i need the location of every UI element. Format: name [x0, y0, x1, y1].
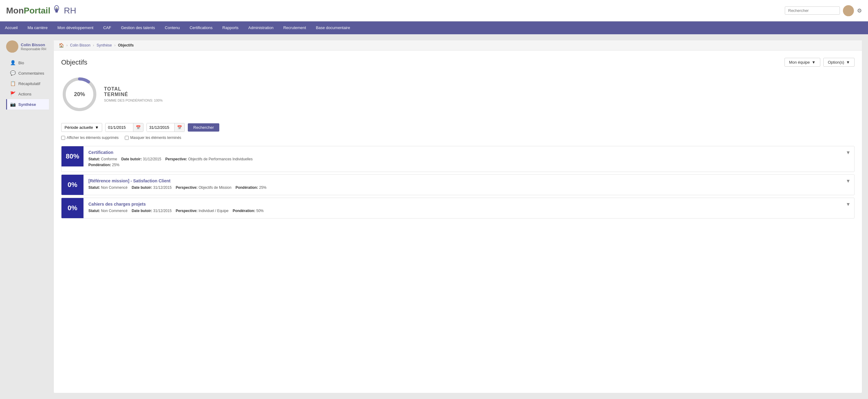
checkbox-termines[interactable]: [125, 136, 129, 140]
main-nav: Accueil Ma carrière Mon développement CA…: [0, 22, 868, 34]
obj-date-val-0: 31/12/2015: [143, 157, 161, 161]
date-from-input[interactable]: [105, 123, 133, 131]
obj-chevron-2[interactable]: ▼: [846, 202, 850, 207]
nav-mon-developpement[interactable]: Mon développement: [53, 22, 98, 34]
nav-caf[interactable]: CAF: [98, 22, 116, 34]
obj-title-1[interactable]: [Référence mission] - Satisfaction Clien…: [88, 178, 849, 183]
synthese-icon: 📷: [10, 101, 16, 107]
obj-statut-label-2: Statut:: [88, 209, 100, 213]
sidebar-user-avatar: [6, 40, 18, 53]
obj-date-label-2: Date butoir:: [131, 209, 152, 213]
chart-sub-label: SOMME DES PONDÉRATIONS: 100%: [104, 98, 163, 102]
obj-statut-val-1: Non Commencé: [101, 185, 128, 190]
gear-icon[interactable]: ⚙: [857, 7, 862, 14]
actions-icon: 🚩: [10, 91, 16, 97]
nav-accueil[interactable]: Accueil: [0, 22, 23, 34]
header-buttons: Mon équipe ▼ Option(s) ▼: [784, 58, 855, 67]
objective-item: 0% Cahiers des charges projets Statut: N…: [61, 198, 855, 218]
date-to-wrap: 📅: [147, 123, 185, 132]
svg-point-5: [9, 42, 15, 48]
chart-area: 20% TOTAL TERMINÉ SOMME DES PONDÉRATIONS…: [61, 73, 855, 116]
sidebar-item-commentaires-label: Commentaires: [18, 71, 44, 75]
nav-ma-carriere[interactable]: Ma carrière: [23, 22, 53, 34]
obj-statut-val-0: Conforme: [101, 157, 117, 161]
search-input[interactable]: [785, 6, 840, 15]
obj-title-0[interactable]: Certification: [88, 150, 849, 155]
obj-perspective-label-1: Perspective:: [176, 185, 197, 190]
logo: MonPortail RH: [6, 5, 76, 16]
obj-chevron-1[interactable]: ▼: [846, 178, 850, 184]
mon-equipe-button[interactable]: Mon équipe ▼: [784, 58, 820, 67]
sidebar-user-role: Responsable RH: [21, 47, 46, 51]
nav-gestion-talents[interactable]: Gestion des talents: [116, 22, 160, 34]
sidebar-item-synthese[interactable]: 📷 Synthèse: [6, 99, 49, 110]
sidebar-item-actions[interactable]: 🚩 Actions: [6, 89, 49, 99]
search-button[interactable]: Rechercher: [188, 123, 219, 131]
filter-row: Période actuelle ▼ 📅 📅 Rechercher: [61, 123, 855, 132]
header-right: ⚙: [785, 5, 862, 16]
sidebar: Colin Bisson Responsable RH 👤 Bio 💬 Comm…: [6, 40, 49, 393]
chart-info: TOTAL TERMINÉ SOMME DES PONDÉRATIONS: 10…: [104, 86, 163, 102]
avatar: [843, 5, 854, 16]
obj-perspective-label-0: Perspective:: [165, 157, 187, 161]
obj-statut-val-2: Non Commencé: [101, 209, 128, 213]
recapitulatif-icon: 📋: [10, 81, 16, 86]
nav-recrutement[interactable]: Recrutement: [278, 22, 311, 34]
date-to-icon[interactable]: 📅: [174, 123, 184, 131]
logo-portail: Portail: [24, 6, 51, 15]
obj-perspective-val-0: Objectifs de Performances Individuelles: [188, 157, 253, 161]
content-header: Objectifs Mon équipe ▼ Option(s) ▼: [61, 58, 855, 67]
obj-ponder-label-0: Pondération:: [88, 163, 111, 167]
checkbox-supprimes-label[interactable]: Afficher les éléments supprimés: [61, 135, 119, 140]
commentaires-icon: 💬: [10, 70, 16, 76]
options-label: Option(s): [828, 60, 844, 65]
svg-point-2: [55, 7, 58, 9]
obj-ponder-label-1: Pondération:: [236, 185, 258, 190]
sidebar-item-commentaires[interactable]: 💬 Commentaires: [6, 68, 49, 78]
logo-icon: [51, 5, 62, 16]
obj-statut-label-0: Statut:: [88, 157, 100, 161]
options-chevron-icon: ▼: [846, 60, 850, 65]
obj-title-2[interactable]: Cahiers des charges projets: [88, 202, 849, 207]
options-button[interactable]: Option(s) ▼: [823, 58, 855, 67]
nav-administration[interactable]: Administration: [244, 22, 278, 34]
sidebar-item-bio[interactable]: 👤 Bio: [6, 58, 49, 68]
nav-rapports[interactable]: Rapports: [217, 22, 244, 34]
obj-chevron-0[interactable]: ▼: [846, 150, 850, 155]
mon-equipe-chevron-icon: ▼: [812, 60, 816, 65]
mon-equipe-label: Mon équipe: [789, 60, 810, 65]
obj-info-0: Certification Statut: Conforme Date buto…: [84, 146, 854, 172]
obj-statut-label-1: Statut:: [88, 185, 100, 190]
obj-perspective-label-2: Perspective:: [176, 209, 197, 213]
checkbox-termines-label[interactable]: Masquer les éléments terminés: [125, 135, 181, 140]
svg-point-3: [846, 7, 851, 12]
obj-date-val-2: 31/12/2015: [153, 209, 172, 213]
header: MonPortail RH ⚙: [0, 0, 868, 22]
sidebar-item-recapitulatif[interactable]: 📋 Récapitulatif: [6, 78, 49, 89]
logo-mon: Mon: [6, 6, 24, 15]
svg-point-4: [844, 12, 852, 16]
breadcrumb-user[interactable]: Colin Bisson: [70, 43, 91, 48]
breadcrumb-section[interactable]: Synthèse: [97, 43, 112, 48]
chart-termine-label: TERMINÉ: [104, 92, 163, 97]
checkbox-row: Afficher les éléments supprimés Masquer …: [61, 135, 855, 140]
bio-icon: 👤: [10, 60, 16, 65]
logo-rh: RH: [64, 6, 76, 16]
sidebar-item-bio-label: Bio: [18, 61, 24, 65]
donut-chart: 20%: [61, 76, 98, 113]
period-select[interactable]: Période actuelle ▼: [61, 123, 102, 132]
obj-date-val-1: 31/12/2015: [153, 185, 172, 190]
objective-list: 80% Certification Statut: Conforme Date …: [61, 146, 855, 218]
checkbox-supprimes[interactable]: [61, 136, 65, 140]
svg-point-6: [8, 48, 17, 53]
sidebar-menu: 👤 Bio 💬 Commentaires 📋 Récapitulatif 🚩 A…: [6, 58, 49, 110]
nav-base-documentaire[interactable]: Base documentaire: [311, 22, 355, 34]
obj-meta-1: Statut: Non Commencé Date butoir: 31/12/…: [88, 185, 849, 191]
date-from-icon[interactable]: 📅: [133, 123, 143, 131]
home-icon[interactable]: 🏠: [59, 43, 64, 48]
objective-item: 80% Certification Statut: Conforme Date …: [61, 146, 855, 172]
date-to-input[interactable]: [147, 123, 174, 131]
nav-contenu[interactable]: Contenu: [160, 22, 185, 34]
nav-certifications[interactable]: Certifications: [185, 22, 217, 34]
obj-info-2: Cahiers des charges projets Statut: Non …: [84, 198, 854, 218]
